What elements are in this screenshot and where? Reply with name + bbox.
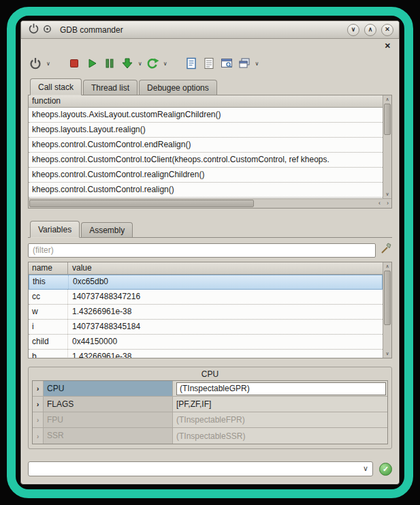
step-into-dropdown-icon[interactable]: ∨ xyxy=(138,61,142,67)
run-button[interactable] xyxy=(84,56,99,71)
expander-icon[interactable]: › xyxy=(33,381,44,396)
flags-row[interactable]: › FLAGS [PF,ZF,IF] xyxy=(33,397,387,412)
memory-view-button[interactable] xyxy=(219,56,234,71)
call-stack-row[interactable]: kheops.layouts.Layout.realign() xyxy=(29,123,383,138)
cpu-register-grid: › CPU (TInspectableGPR) › FLAGS [PF,ZF,I… xyxy=(32,380,388,444)
power-icon xyxy=(29,57,42,70)
window-search-icon xyxy=(220,57,233,70)
variable-row[interactable]: this 0xc65db0 xyxy=(29,275,383,290)
step-into-button[interactable] xyxy=(120,56,135,71)
scroll-right-icon[interactable]: › xyxy=(387,199,389,207)
variable-row[interactable]: i 140737488345184 xyxy=(29,320,383,335)
tab-variables[interactable]: Variables xyxy=(30,221,80,238)
variables-vertical-scrollbar[interactable]: ∧ ∨ xyxy=(383,262,391,358)
pause-button[interactable] xyxy=(102,56,117,71)
combo-dropdown-icon[interactable]: ∨ xyxy=(363,464,368,473)
source-file-button[interactable] xyxy=(184,56,199,71)
value-column-header: value xyxy=(67,262,383,274)
screenshot-stage: GDB commander ∨ ∧ ✕ ✕ ∨ xyxy=(0,0,420,505)
cascade-windows-icon xyxy=(238,57,251,70)
scrollbar-thumb[interactable] xyxy=(29,200,254,207)
close-button[interactable]: ✕ xyxy=(381,24,393,36)
window-title: GDB commander xyxy=(60,25,123,35)
cpu-groupbox: CPU › CPU (TInspectableGPR) › FLAGS [PF,… xyxy=(28,367,392,449)
call-stack-row[interactable]: kheops.control.CustomControl.realign() xyxy=(29,183,383,198)
scroll-down-icon[interactable]: ∨ xyxy=(383,350,391,357)
call-stack-row[interactable]: kheops.control.CustomControl.toClient(kh… xyxy=(29,153,383,168)
windows-list-button[interactable] xyxy=(237,56,252,71)
output-list-button[interactable] xyxy=(201,56,216,71)
ssr-row[interactable]: › SSR (TInspectableSSR) xyxy=(33,428,387,444)
arrow-down-icon xyxy=(120,57,134,70)
expander-icon[interactable]: › xyxy=(33,397,44,412)
filter-input[interactable] xyxy=(28,243,376,258)
tab-debugee-options[interactable]: Debugee options xyxy=(139,80,217,95)
command-combobox[interactable]: ∨ xyxy=(28,461,373,476)
scroll-left-icon[interactable]: ‹ xyxy=(378,199,381,207)
variable-row[interactable]: cc 140737488347216 xyxy=(29,290,383,305)
inspect-tabbar: Variables Assembly xyxy=(28,219,392,238)
variable-row[interactable]: child 0x44150000 xyxy=(29,335,383,350)
call-stack-vertical-scrollbar[interactable]: ∧ ∨ xyxy=(383,95,391,198)
pause-icon xyxy=(103,57,116,70)
stop-icon xyxy=(67,57,81,70)
scroll-down-icon[interactable]: ∨ xyxy=(383,191,391,198)
cpu-value-edit[interactable]: (TInspectableGPR) xyxy=(176,382,386,395)
arrow-redo-icon xyxy=(146,57,159,70)
maximize-button[interactable]: ∧ xyxy=(364,24,376,36)
windows-dropdown-icon[interactable]: ∨ xyxy=(255,61,259,67)
scrollbar-thumb[interactable] xyxy=(384,104,391,135)
gdb-commander-window: GDB commander ∨ ∧ ✕ ✕ ∨ xyxy=(20,20,400,485)
window-menu-icon[interactable] xyxy=(43,24,52,36)
minimize-button[interactable]: ∨ xyxy=(347,24,359,36)
variable-row[interactable]: b 1.43266961e-38 xyxy=(29,350,383,358)
expander-icon[interactable]: › xyxy=(33,428,44,444)
scrollbar-thumb[interactable] xyxy=(384,271,391,325)
call-stack-row[interactable]: kheops.control.CustomControl.endRealign(… xyxy=(29,138,383,153)
app-icon[interactable] xyxy=(28,22,39,37)
debug-toolbar: ∨ xyxy=(28,52,392,74)
name-column-header: name xyxy=(32,262,67,274)
step-over-dropdown-icon[interactable]: ∨ xyxy=(163,61,167,67)
call-stack-row[interactable]: kheops.layouts.AxisLayout.customRealignC… xyxy=(29,108,383,123)
step-over-button[interactable] xyxy=(145,56,160,71)
call-stack-row[interactable]: kheops.control.CustomControl.realignChil… xyxy=(29,168,383,183)
cpu-row[interactable]: › CPU (TInspectableGPR) xyxy=(33,381,387,397)
tab-thread-list[interactable]: Thread list xyxy=(83,80,138,95)
fpu-row[interactable]: › FPU (TInspectableFPR) xyxy=(33,412,387,428)
tab-call-stack[interactable]: Call stack xyxy=(30,78,82,95)
stack-tabbar: Call stack Thread list Debugee options xyxy=(28,77,392,95)
execute-check-button[interactable]: ✓ xyxy=(379,463,392,476)
variables-table: name value this 0xc65db0 cc 140737488347… xyxy=(28,262,392,358)
variable-row[interactable]: w 1.43266961e-38 xyxy=(29,305,383,320)
panel-close-icon[interactable]: ✕ xyxy=(383,41,392,51)
power-dropdown-icon[interactable]: ∨ xyxy=(46,61,50,67)
clear-filter-brush-icon[interactable] xyxy=(380,243,392,258)
scroll-up-icon[interactable]: ∧ xyxy=(383,263,391,270)
cpu-group-title: CPU xyxy=(32,369,388,380)
call-stack-column-header: function xyxy=(29,95,383,108)
tab-assembly[interactable]: Assembly xyxy=(81,222,133,237)
play-icon xyxy=(85,57,99,70)
blue-document-icon xyxy=(184,57,198,70)
document-lines-icon xyxy=(202,57,216,70)
scroll-up-icon[interactable]: ∧ xyxy=(383,96,391,103)
variables-column-header: name value xyxy=(29,262,383,275)
expander-icon[interactable]: › xyxy=(33,412,44,427)
stop-button[interactable] xyxy=(67,56,82,71)
call-stack-horizontal-scrollbar[interactable]: ‹ › xyxy=(29,198,391,208)
titlebar[interactable]: GDB commander ∨ ∧ ✕ xyxy=(21,21,399,39)
power-button[interactable] xyxy=(28,56,43,71)
call-stack-list: function kheops.layouts.AxisLayout.custo… xyxy=(28,95,392,209)
